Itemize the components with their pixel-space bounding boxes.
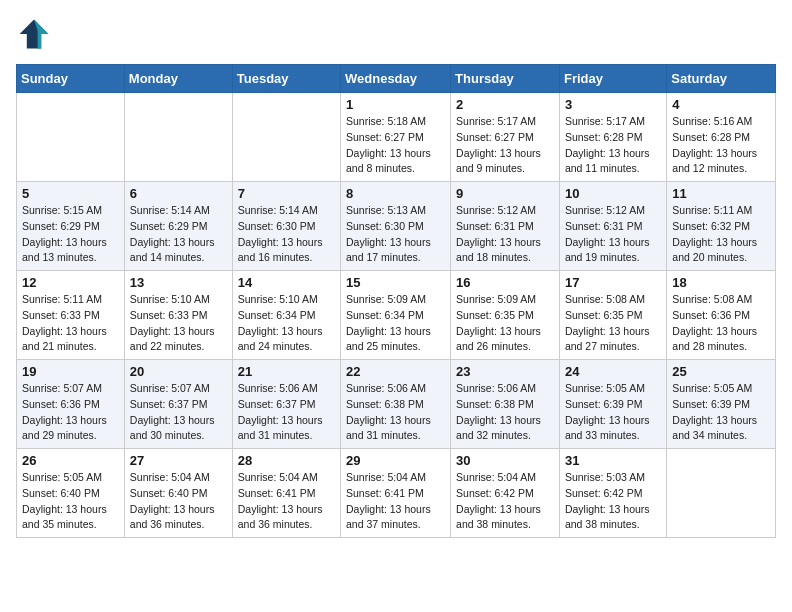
calendar-cell: 31Sunrise: 5:03 AM Sunset: 6:42 PM Dayli…: [559, 449, 666, 538]
calendar-cell: 19Sunrise: 5:07 AM Sunset: 6:36 PM Dayli…: [17, 360, 125, 449]
day-number: 11: [672, 186, 770, 201]
day-number: 13: [130, 275, 227, 290]
day-number: 2: [456, 97, 554, 112]
day-number: 21: [238, 364, 335, 379]
day-info: Sunrise: 5:07 AM Sunset: 6:37 PM Dayligh…: [130, 381, 227, 444]
logo: [16, 16, 58, 52]
calendar-cell: 26Sunrise: 5:05 AM Sunset: 6:40 PM Dayli…: [17, 449, 125, 538]
calendar-cell: 9Sunrise: 5:12 AM Sunset: 6:31 PM Daylig…: [451, 182, 560, 271]
weekday-header-row: SundayMondayTuesdayWednesdayThursdayFrid…: [17, 65, 776, 93]
day-number: 12: [22, 275, 119, 290]
weekday-header-thursday: Thursday: [451, 65, 560, 93]
day-number: 6: [130, 186, 227, 201]
day-number: 10: [565, 186, 661, 201]
day-number: 22: [346, 364, 445, 379]
calendar-cell: 13Sunrise: 5:10 AM Sunset: 6:33 PM Dayli…: [124, 271, 232, 360]
calendar-cell: 28Sunrise: 5:04 AM Sunset: 6:41 PM Dayli…: [232, 449, 340, 538]
day-number: 20: [130, 364, 227, 379]
calendar-cell: 14Sunrise: 5:10 AM Sunset: 6:34 PM Dayli…: [232, 271, 340, 360]
day-info: Sunrise: 5:09 AM Sunset: 6:35 PM Dayligh…: [456, 292, 554, 355]
calendar-cell: 4Sunrise: 5:16 AM Sunset: 6:28 PM Daylig…: [667, 93, 776, 182]
day-number: 23: [456, 364, 554, 379]
day-info: Sunrise: 5:17 AM Sunset: 6:28 PM Dayligh…: [565, 114, 661, 177]
calendar-week-2: 5Sunrise: 5:15 AM Sunset: 6:29 PM Daylig…: [17, 182, 776, 271]
day-number: 18: [672, 275, 770, 290]
day-info: Sunrise: 5:11 AM Sunset: 6:33 PM Dayligh…: [22, 292, 119, 355]
day-number: 3: [565, 97, 661, 112]
day-info: Sunrise: 5:04 AM Sunset: 6:41 PM Dayligh…: [346, 470, 445, 533]
weekday-header-saturday: Saturday: [667, 65, 776, 93]
calendar-cell: [667, 449, 776, 538]
calendar-week-4: 19Sunrise: 5:07 AM Sunset: 6:36 PM Dayli…: [17, 360, 776, 449]
day-info: Sunrise: 5:05 AM Sunset: 6:39 PM Dayligh…: [672, 381, 770, 444]
calendar-cell: 6Sunrise: 5:14 AM Sunset: 6:29 PM Daylig…: [124, 182, 232, 271]
day-info: Sunrise: 5:06 AM Sunset: 6:38 PM Dayligh…: [346, 381, 445, 444]
day-info: Sunrise: 5:18 AM Sunset: 6:27 PM Dayligh…: [346, 114, 445, 177]
calendar-cell: 27Sunrise: 5:04 AM Sunset: 6:40 PM Dayli…: [124, 449, 232, 538]
calendar-cell: [124, 93, 232, 182]
day-number: 8: [346, 186, 445, 201]
calendar-cell: 8Sunrise: 5:13 AM Sunset: 6:30 PM Daylig…: [341, 182, 451, 271]
calendar-cell: 10Sunrise: 5:12 AM Sunset: 6:31 PM Dayli…: [559, 182, 666, 271]
day-number: 30: [456, 453, 554, 468]
calendar-cell: 2Sunrise: 5:17 AM Sunset: 6:27 PM Daylig…: [451, 93, 560, 182]
day-number: 26: [22, 453, 119, 468]
day-info: Sunrise: 5:06 AM Sunset: 6:38 PM Dayligh…: [456, 381, 554, 444]
day-number: 14: [238, 275, 335, 290]
day-info: Sunrise: 5:06 AM Sunset: 6:37 PM Dayligh…: [238, 381, 335, 444]
calendar-table: SundayMondayTuesdayWednesdayThursdayFrid…: [16, 64, 776, 538]
day-info: Sunrise: 5:07 AM Sunset: 6:36 PM Dayligh…: [22, 381, 119, 444]
page-header: [16, 16, 776, 52]
weekday-header-sunday: Sunday: [17, 65, 125, 93]
day-info: Sunrise: 5:12 AM Sunset: 6:31 PM Dayligh…: [456, 203, 554, 266]
day-number: 5: [22, 186, 119, 201]
calendar-cell: [17, 93, 125, 182]
day-number: 19: [22, 364, 119, 379]
day-info: Sunrise: 5:04 AM Sunset: 6:40 PM Dayligh…: [130, 470, 227, 533]
day-info: Sunrise: 5:03 AM Sunset: 6:42 PM Dayligh…: [565, 470, 661, 533]
calendar-cell: 23Sunrise: 5:06 AM Sunset: 6:38 PM Dayli…: [451, 360, 560, 449]
day-info: Sunrise: 5:04 AM Sunset: 6:41 PM Dayligh…: [238, 470, 335, 533]
day-info: Sunrise: 5:08 AM Sunset: 6:35 PM Dayligh…: [565, 292, 661, 355]
day-number: 7: [238, 186, 335, 201]
calendar-cell: 16Sunrise: 5:09 AM Sunset: 6:35 PM Dayli…: [451, 271, 560, 360]
calendar-cell: 3Sunrise: 5:17 AM Sunset: 6:28 PM Daylig…: [559, 93, 666, 182]
logo-icon: [16, 16, 52, 52]
weekday-header-wednesday: Wednesday: [341, 65, 451, 93]
calendar-cell: 30Sunrise: 5:04 AM Sunset: 6:42 PM Dayli…: [451, 449, 560, 538]
calendar-cell: [232, 93, 340, 182]
calendar-cell: 24Sunrise: 5:05 AM Sunset: 6:39 PM Dayli…: [559, 360, 666, 449]
day-info: Sunrise: 5:16 AM Sunset: 6:28 PM Dayligh…: [672, 114, 770, 177]
calendar-week-1: 1Sunrise: 5:18 AM Sunset: 6:27 PM Daylig…: [17, 93, 776, 182]
calendar-cell: 5Sunrise: 5:15 AM Sunset: 6:29 PM Daylig…: [17, 182, 125, 271]
calendar-week-5: 26Sunrise: 5:05 AM Sunset: 6:40 PM Dayli…: [17, 449, 776, 538]
day-info: Sunrise: 5:12 AM Sunset: 6:31 PM Dayligh…: [565, 203, 661, 266]
calendar-cell: 21Sunrise: 5:06 AM Sunset: 6:37 PM Dayli…: [232, 360, 340, 449]
calendar-cell: 29Sunrise: 5:04 AM Sunset: 6:41 PM Dayli…: [341, 449, 451, 538]
calendar-cell: 20Sunrise: 5:07 AM Sunset: 6:37 PM Dayli…: [124, 360, 232, 449]
day-number: 1: [346, 97, 445, 112]
calendar-cell: 7Sunrise: 5:14 AM Sunset: 6:30 PM Daylig…: [232, 182, 340, 271]
day-info: Sunrise: 5:10 AM Sunset: 6:33 PM Dayligh…: [130, 292, 227, 355]
calendar-cell: 12Sunrise: 5:11 AM Sunset: 6:33 PM Dayli…: [17, 271, 125, 360]
day-number: 4: [672, 97, 770, 112]
day-info: Sunrise: 5:14 AM Sunset: 6:30 PM Dayligh…: [238, 203, 335, 266]
day-info: Sunrise: 5:05 AM Sunset: 6:39 PM Dayligh…: [565, 381, 661, 444]
day-number: 17: [565, 275, 661, 290]
day-info: Sunrise: 5:05 AM Sunset: 6:40 PM Dayligh…: [22, 470, 119, 533]
calendar-cell: 17Sunrise: 5:08 AM Sunset: 6:35 PM Dayli…: [559, 271, 666, 360]
day-info: Sunrise: 5:08 AM Sunset: 6:36 PM Dayligh…: [672, 292, 770, 355]
calendar-cell: 22Sunrise: 5:06 AM Sunset: 6:38 PM Dayli…: [341, 360, 451, 449]
day-number: 25: [672, 364, 770, 379]
day-info: Sunrise: 5:10 AM Sunset: 6:34 PM Dayligh…: [238, 292, 335, 355]
day-number: 15: [346, 275, 445, 290]
day-number: 29: [346, 453, 445, 468]
day-number: 16: [456, 275, 554, 290]
day-info: Sunrise: 5:04 AM Sunset: 6:42 PM Dayligh…: [456, 470, 554, 533]
weekday-header-tuesday: Tuesday: [232, 65, 340, 93]
day-info: Sunrise: 5:13 AM Sunset: 6:30 PM Dayligh…: [346, 203, 445, 266]
weekday-header-friday: Friday: [559, 65, 666, 93]
day-number: 31: [565, 453, 661, 468]
day-info: Sunrise: 5:17 AM Sunset: 6:27 PM Dayligh…: [456, 114, 554, 177]
calendar-week-3: 12Sunrise: 5:11 AM Sunset: 6:33 PM Dayli…: [17, 271, 776, 360]
